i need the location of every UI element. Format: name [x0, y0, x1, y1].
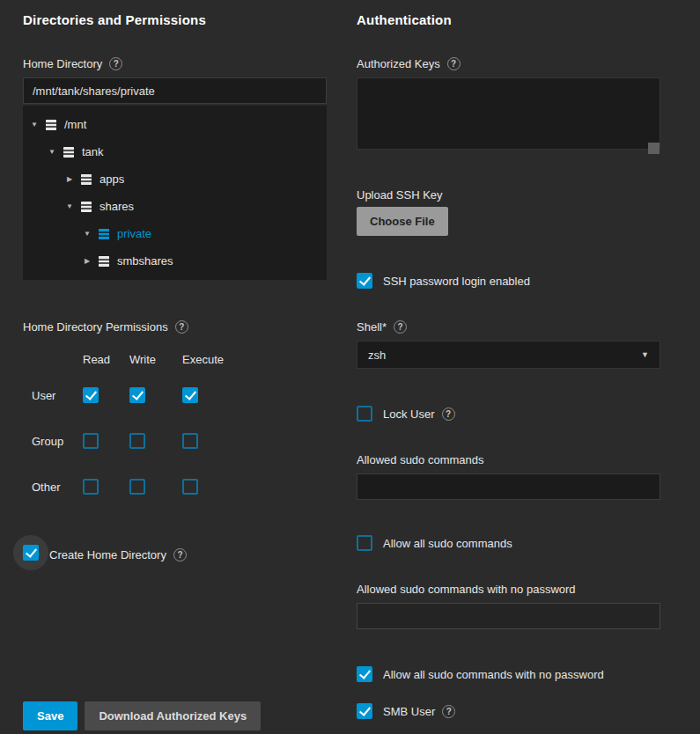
perm-row-group-label: Group — [23, 435, 83, 448]
help-icon[interactable]: ? — [394, 320, 407, 334]
checkbox-user-execute[interactable] — [182, 387, 198, 403]
tree-item-label: tank — [82, 145, 104, 158]
home-directory-permissions-label: Home Directory Permissions — [23, 320, 168, 334]
directory-tree: ▼ /mnt ▼ tank ▶ apps ▼ — [23, 106, 327, 280]
allowed-sudo-nopasswd-input[interactable] — [357, 603, 660, 629]
dataset-icon — [44, 118, 58, 132]
dataset-icon — [79, 172, 93, 187]
checkbox-group-execute[interactable] — [182, 433, 198, 449]
lock-user-label: Lock User — [383, 407, 435, 421]
help-icon[interactable]: ? — [173, 548, 187, 562]
tree-item-tank[interactable]: ▼ tank — [23, 138, 327, 165]
download-authorized-keys-button[interactable]: Download Authorized Keys — [85, 701, 261, 730]
ssh-password-login-checkbox[interactable] — [357, 273, 372, 289]
tree-item-label: apps — [99, 172, 124, 186]
permissions-grid: Read Write Execute User Group Other — [23, 346, 244, 510]
caret-right-icon[interactable]: ▶ — [81, 257, 93, 265]
checkbox-user-read[interactable] — [83, 387, 99, 403]
checkbox-other-read[interactable] — [83, 479, 99, 495]
help-icon[interactable]: ? — [442, 407, 455, 421]
choose-file-button[interactable]: Choose File — [357, 207, 448, 236]
smb-user-checkbox[interactable] — [357, 703, 372, 719]
shell-label: Shell — [357, 320, 382, 334]
perm-col-execute: Execute — [182, 353, 244, 366]
tree-item-label: shares — [99, 200, 134, 213]
user-edit-form: Directories and Permissions Home Directo… — [0, 0, 700, 719]
authorized-keys-textarea[interactable] — [357, 77, 660, 150]
allow-all-sudo-label: Allow all sudo commands — [383, 537, 512, 550]
shell-select-value: zsh — [368, 349, 641, 362]
authentication-section: Authentication Authorized Keys ? Upload … — [357, 12, 660, 719]
tree-item-shares[interactable]: ▼ shares — [23, 193, 327, 220]
perm-col-write: Write — [129, 353, 182, 366]
caret-down-icon[interactable]: ▼ — [81, 230, 93, 238]
smb-user-row[interactable]: SMB User ? — [357, 703, 455, 719]
dataset-icon — [79, 200, 93, 214]
caret-down-icon[interactable]: ▼ — [63, 202, 76, 210]
help-icon[interactable]: ? — [442, 705, 455, 718]
create-home-directory-checkbox[interactable] — [23, 545, 39, 561]
home-directory-input[interactable] — [23, 77, 327, 104]
perm-col-read: Read — [83, 353, 129, 366]
caret-down-icon[interactable]: ▼ — [28, 121, 41, 128]
allow-all-sudo-row[interactable]: Allow all sudo commands — [357, 535, 512, 551]
tree-item-private[interactable]: ▼ private — [23, 220, 327, 247]
allowed-sudo-commands-label: Allowed sudo commands — [357, 453, 484, 466]
shell-select[interactable]: zsh ▼ — [357, 341, 660, 369]
required-asterisk: * — [382, 320, 387, 334]
dataset-icon — [97, 254, 111, 268]
create-home-directory-row[interactable]: Create Home Directory ? — [23, 545, 187, 564]
allowed-sudo-commands-input[interactable] — [357, 473, 660, 500]
directories-permissions-section: Directories and Permissions Home Directo… — [23, 12, 327, 719]
caret-down-icon: ▼ — [641, 350, 649, 359]
help-icon[interactable]: ? — [109, 57, 122, 70]
allowed-sudo-nopasswd-label: Allowed sudo commands with no password — [357, 583, 576, 596]
section-title-authentication: Authentication — [357, 12, 452, 27]
help-icon[interactable]: ? — [447, 57, 461, 70]
checkbox-group-write[interactable] — [129, 433, 145, 449]
allow-all-sudo-nopasswd-label: Allow all sudo commands with no password — [383, 668, 604, 681]
ssh-password-login-row[interactable]: SSH password login enabled — [357, 273, 530, 289]
dataset-icon — [62, 145, 76, 159]
home-directory-label-row: Home Directory ? — [23, 57, 122, 70]
authorized-keys-label-row: Authorized Keys ? — [357, 57, 461, 70]
resize-handle-icon[interactable] — [648, 143, 659, 154]
home-directory-label: Home Directory — [23, 57, 102, 70]
form-actions: Save Download Authorized Keys — [23, 701, 261, 730]
shell-label-row: Shell * ? — [357, 320, 407, 334]
checkbox-other-write[interactable] — [129, 479, 145, 495]
upload-ssh-key-label: Upload SSH Key — [357, 188, 443, 202]
dataset-icon — [97, 227, 111, 241]
create-home-directory-label: Create Home Directory — [49, 548, 166, 562]
caret-right-icon[interactable]: ▶ — [63, 175, 76, 183]
lock-user-checkbox[interactable] — [357, 406, 372, 422]
perm-row-other-label: Other — [23, 481, 83, 494]
tree-item-label: smbshares — [117, 254, 173, 268]
caret-down-icon[interactable]: ▼ — [46, 148, 58, 156]
perm-row-user-label: User — [23, 389, 83, 402]
lock-user-row[interactable]: Lock User ? — [357, 406, 455, 422]
authorized-keys-label: Authorized Keys — [357, 57, 440, 70]
smb-user-label: SMB User — [383, 705, 435, 718]
checkbox-other-execute[interactable] — [182, 479, 198, 495]
tree-item-label: private — [117, 227, 151, 240]
allow-all-sudo-nopasswd-row[interactable]: Allow all sudo commands with no password — [357, 666, 604, 682]
allow-all-sudo-nopasswd-checkbox[interactable] — [357, 666, 372, 682]
tree-item-smbshares[interactable]: ▶ smbshares — [23, 247, 327, 275]
checkbox-user-write[interactable] — [129, 387, 145, 403]
tree-item-apps[interactable]: ▶ apps — [23, 165, 327, 193]
save-button[interactable]: Save — [23, 701, 77, 730]
section-title-directories: Directories and Permissions — [23, 12, 206, 27]
allow-all-sudo-checkbox[interactable] — [357, 535, 372, 551]
checkbox-group-read[interactable] — [83, 433, 99, 449]
ssh-password-login-label: SSH password login enabled — [383, 275, 530, 288]
tree-item-label: /mnt — [64, 118, 86, 131]
permissions-label-row: Home Directory Permissions ? — [23, 320, 188, 334]
tree-item-mnt[interactable]: ▼ /mnt — [23, 111, 327, 138]
help-icon[interactable]: ? — [175, 320, 188, 334]
